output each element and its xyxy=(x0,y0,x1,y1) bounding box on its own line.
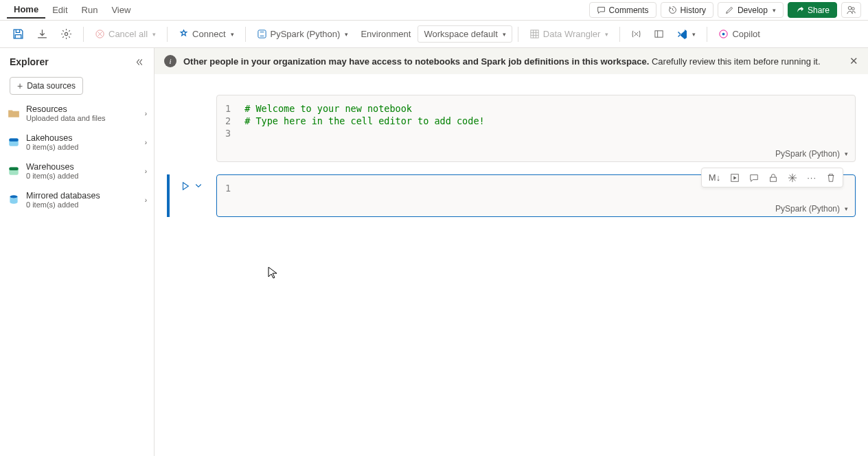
comment-cell-button[interactable] xyxy=(745,170,763,185)
table-icon xyxy=(529,29,540,39)
run-group-button[interactable] xyxy=(726,170,744,185)
python-icon xyxy=(257,29,267,39)
code-lines: # Welcome to your new notebook # Type he… xyxy=(244,102,485,139)
data-sources-button[interactable]: + Data sources xyxy=(10,77,83,95)
chevron-down-icon: ▾ xyxy=(231,31,234,38)
explorer-item-subtitle: Uploaded data and files xyxy=(26,114,139,122)
develop-label: Develop xyxy=(738,5,768,15)
convert-to-markdown-button[interactable]: M↓ xyxy=(705,170,724,185)
cell-toolbar: M↓ ··· xyxy=(701,168,843,187)
close-banner-button[interactable]: ✕ xyxy=(849,55,858,67)
run-cell-button[interactable] xyxy=(181,181,190,191)
chevron-right-icon: › xyxy=(145,139,147,146)
run-below-icon xyxy=(730,173,740,183)
share-button[interactable]: Share xyxy=(788,2,837,18)
banner-bold-text: Other people in your organization may ha… xyxy=(183,56,649,67)
variables-icon xyxy=(631,29,641,39)
gear-icon xyxy=(60,28,72,40)
chevron-right-icon: › xyxy=(145,168,147,175)
cell-selected-indicator xyxy=(167,174,170,217)
data-wrangler-label: Data Wrangler xyxy=(543,29,601,39)
play-icon xyxy=(181,181,190,191)
explorer-item-subtitle: 0 item(s) added xyxy=(26,201,139,209)
data-wrangler-button[interactable]: Data Wrangler ▾ xyxy=(524,26,615,42)
banner-rest-text: Carefully review this item before runnin… xyxy=(652,56,821,67)
history-button[interactable]: History xyxy=(661,2,713,18)
mirrored-db-icon xyxy=(7,193,21,207)
more-cell-actions-button[interactable]: ··· xyxy=(803,170,821,185)
code-editor[interactable]: 123 # Welcome to your new notebook # Typ… xyxy=(217,95,855,146)
svg-point-2 xyxy=(65,32,67,35)
settings-button[interactable] xyxy=(55,25,78,43)
share-label: Share xyxy=(808,5,830,15)
line-numbers: 1 xyxy=(225,182,244,194)
cell-language-selector[interactable]: PySpark (Python) ▾ xyxy=(775,204,848,214)
cancel-all-button[interactable]: Cancel all ▾ xyxy=(89,26,161,42)
explorer-item-subtitle: 0 item(s) added xyxy=(26,143,139,151)
line-numbers: 123 xyxy=(225,102,244,139)
people-button[interactable] xyxy=(841,2,861,18)
trash-icon xyxy=(826,173,836,183)
data-sources-label: Data sources xyxy=(27,81,76,91)
chevron-down-icon: ▾ xyxy=(845,205,848,212)
more-icon: ··· xyxy=(807,172,816,183)
environment-label: Environment xyxy=(355,26,416,42)
kernel-label: PySpark (Python) xyxy=(271,29,341,39)
save-button[interactable] xyxy=(7,25,30,43)
chevron-down-icon: ▾ xyxy=(605,31,608,38)
chevron-down-icon: ▾ xyxy=(692,31,696,38)
comments-button[interactable]: Comments xyxy=(589,2,656,18)
explorer-panel: Explorer + Data sources Resources Upload… xyxy=(0,48,155,456)
explorer-item-title: Lakehouses xyxy=(26,133,139,143)
collapse-explorer-button[interactable] xyxy=(135,58,144,67)
download-icon xyxy=(36,28,48,40)
cell-gutter xyxy=(167,174,216,217)
connect-button[interactable]: Connect ▾ xyxy=(173,26,239,42)
kernel-selector[interactable]: PySpark (Python) ▾ xyxy=(251,26,354,42)
variables-button[interactable] xyxy=(626,26,647,42)
pencil-icon xyxy=(725,5,734,14)
explorer-item-title: Resources xyxy=(26,104,139,114)
lock-cell-button[interactable] xyxy=(764,170,782,185)
save-icon xyxy=(12,28,24,40)
chevron-down-icon: ▾ xyxy=(503,31,506,38)
connect-icon xyxy=(179,29,189,39)
freeze-cell-button[interactable] xyxy=(784,170,801,185)
tab-run[interactable]: Run xyxy=(75,2,105,18)
warehouse-icon xyxy=(7,164,21,178)
code-cell[interactable]: 123 # Welcome to your new notebook # Typ… xyxy=(167,95,856,162)
outline-icon xyxy=(654,29,664,39)
banner-text: Other people in your organization may ha… xyxy=(183,56,821,67)
environment-selector[interactable]: Workspace default ▾ xyxy=(418,25,512,43)
tab-edit[interactable]: Edit xyxy=(45,2,74,18)
explorer-item-lakehouses[interactable]: Lakehouses 0 item(s) added › xyxy=(0,128,154,157)
main-area: Explorer + Data sources Resources Upload… xyxy=(0,48,868,456)
develop-button[interactable]: Develop ▾ xyxy=(718,2,784,18)
download-button[interactable] xyxy=(31,25,54,43)
cancel-all-label: Cancel all xyxy=(108,29,148,39)
notebook-content: i Other people in your organization may … xyxy=(155,48,868,456)
copilot-label: Copilot xyxy=(732,29,760,39)
comments-label: Comments xyxy=(609,5,649,15)
tab-view[interactable]: View xyxy=(104,2,137,18)
chevron-down-icon xyxy=(194,181,203,190)
outline-button[interactable] xyxy=(648,26,670,42)
chevron-down-icon: ▾ xyxy=(845,150,848,157)
explorer-title: Explorer xyxy=(10,56,49,67)
vscode-button[interactable]: ▾ xyxy=(671,26,701,43)
chevron-down-icon: ▾ xyxy=(345,31,348,38)
explorer-item-resources[interactable]: Resources Uploaded data and files › xyxy=(0,99,154,128)
info-icon: i xyxy=(164,55,176,67)
connect-label: Connect xyxy=(192,29,225,39)
explorer-item-warehouses[interactable]: Warehouses 0 item(s) added › xyxy=(0,157,154,185)
copilot-button[interactable]: Copilot xyxy=(713,26,765,42)
delete-cell-button[interactable] xyxy=(822,170,840,185)
svg-rect-12 xyxy=(9,167,19,170)
tab-home[interactable]: Home xyxy=(7,1,45,19)
code-cell[interactable]: M↓ ··· xyxy=(167,174,856,217)
copilot-icon xyxy=(718,29,729,39)
share-icon xyxy=(795,5,804,14)
cell-language-selector[interactable]: PySpark (Python) ▾ xyxy=(775,149,848,159)
explorer-item-mirrored-databases[interactable]: Mirrored databases 0 item(s) added › xyxy=(0,185,154,214)
run-cell-menu-button[interactable] xyxy=(194,181,203,190)
